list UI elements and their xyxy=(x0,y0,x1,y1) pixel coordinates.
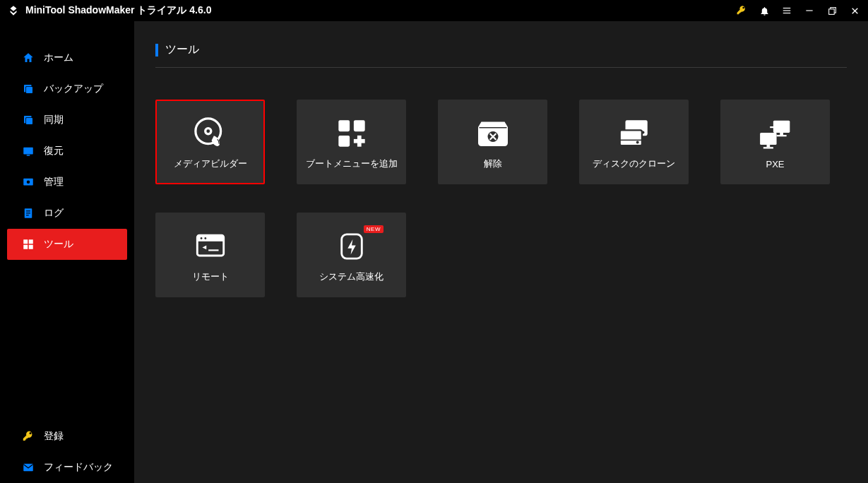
svg-point-39 xyxy=(636,141,638,144)
svg-rect-51 xyxy=(208,249,218,251)
backup-icon xyxy=(21,82,35,96)
menu-icon[interactable] xyxy=(780,4,793,17)
sidebar-item-label: 復元 xyxy=(44,145,64,157)
dismount-icon xyxy=(476,114,510,153)
remote-icon xyxy=(194,227,227,266)
svg-point-50 xyxy=(204,237,206,239)
disk-clone-icon xyxy=(617,114,652,153)
sidebar-item-label: 管理 xyxy=(44,176,64,189)
manage-icon xyxy=(21,175,35,189)
sidebar-item-feedback[interactable]: フィードバック xyxy=(0,452,134,483)
sidebar-item-label: ログ xyxy=(44,207,64,220)
svg-rect-22 xyxy=(23,239,28,244)
sidebar-item-log[interactable]: ログ xyxy=(0,198,134,229)
sidebar-item-label: バックアップ xyxy=(44,83,103,95)
svg-rect-42 xyxy=(780,132,783,134)
svg-rect-31 xyxy=(353,120,364,131)
boot-menu-icon xyxy=(335,114,368,153)
maximize-icon[interactable] xyxy=(826,4,838,17)
tool-card-label: システム高速化 xyxy=(319,270,384,283)
titlebar: MiniTool ShadowMaker トライアル 4.6.0 xyxy=(0,0,868,21)
window-controls xyxy=(735,4,861,17)
sidebar-item-restore[interactable]: 復元 xyxy=(0,136,134,167)
svg-rect-3 xyxy=(806,10,812,11)
svg-rect-26 xyxy=(23,464,33,472)
tool-card-label: 解除 xyxy=(484,157,502,170)
new-badge: NEW xyxy=(364,225,384,233)
svg-rect-45 xyxy=(766,145,770,147)
sidebar-item-label: ツール xyxy=(44,238,73,251)
log-icon xyxy=(21,206,35,220)
svg-rect-34 xyxy=(353,139,364,143)
sidebar-item-sync[interactable]: 同期 xyxy=(0,105,134,136)
svg-rect-1 xyxy=(783,10,791,11)
svg-point-29 xyxy=(206,129,210,133)
main-header: ツール xyxy=(155,42,847,68)
svg-rect-10 xyxy=(26,87,32,93)
notification-icon[interactable] xyxy=(758,4,771,17)
sidebar-item-label: ホーム xyxy=(44,52,73,64)
license-key-icon[interactable] xyxy=(735,4,748,17)
svg-rect-20 xyxy=(26,213,30,213)
svg-rect-24 xyxy=(23,245,28,249)
sidebar-item-label: 同期 xyxy=(44,114,64,126)
sidebar-item-register[interactable]: 登録 xyxy=(0,421,134,452)
header-accent xyxy=(155,44,158,56)
sidebar-item-label: フィードバック xyxy=(44,461,113,474)
tool-card-system-accelerate[interactable]: NEW システム高速化 xyxy=(297,213,406,297)
tool-card-label: ブートメニューを追加 xyxy=(306,157,398,170)
sidebar-item-label: 登録 xyxy=(44,430,64,443)
sync-icon xyxy=(21,113,35,127)
app-logo-icon xyxy=(7,4,20,17)
svg-rect-15 xyxy=(27,155,30,156)
svg-rect-30 xyxy=(338,120,350,131)
sidebar-item-manage[interactable]: 管理 xyxy=(0,167,134,198)
tool-card-add-boot-menu[interactable]: ブートメニューを追加 xyxy=(297,100,406,184)
svg-rect-0 xyxy=(783,8,791,8)
svg-rect-21 xyxy=(26,215,29,215)
tool-card-pxe[interactable]: PXE xyxy=(720,100,830,184)
page-title: ツール xyxy=(165,42,199,57)
svg-rect-14 xyxy=(23,148,33,155)
tool-card-label: メディアビルダー xyxy=(174,157,247,170)
svg-rect-38 xyxy=(619,130,641,145)
window-title: MiniTool ShadowMaker トライアル 4.6.0 xyxy=(25,4,211,17)
tool-card-remote[interactable]: リモート xyxy=(155,213,265,297)
home-icon xyxy=(21,51,35,65)
svg-rect-46 xyxy=(763,147,773,148)
svg-rect-2 xyxy=(783,13,791,13)
tool-card-media-builder[interactable]: メディアビルダー xyxy=(155,100,265,184)
sidebar-item-tools[interactable]: ツール xyxy=(7,229,127,260)
minimize-icon[interactable] xyxy=(803,4,816,17)
svg-point-17 xyxy=(27,180,30,184)
feedback-mail-icon xyxy=(21,460,35,475)
tool-card-disk-clone[interactable]: ディスクのクローン xyxy=(579,100,689,184)
svg-rect-44 xyxy=(760,132,776,144)
tool-card-label: PXE xyxy=(766,159,784,169)
tool-cards: メディアビルダー ブートメニューを追加 xyxy=(155,100,847,297)
svg-rect-32 xyxy=(338,136,350,147)
svg-point-49 xyxy=(200,237,202,239)
main-content: ツール メディアビルダー xyxy=(134,21,868,483)
pxe-icon xyxy=(758,115,793,155)
svg-rect-43 xyxy=(776,135,786,136)
restore-icon xyxy=(21,144,35,158)
svg-rect-13 xyxy=(26,118,32,124)
register-key-icon xyxy=(21,429,35,443)
tool-card-label: リモート xyxy=(192,270,229,283)
tools-icon xyxy=(21,237,35,251)
svg-rect-25 xyxy=(29,245,33,249)
sidebar-item-home[interactable]: ホーム xyxy=(0,42,134,73)
tool-card-dismount[interactable]: 解除 xyxy=(438,100,547,184)
close-icon[interactable] xyxy=(848,4,861,17)
svg-rect-23 xyxy=(29,239,33,244)
sidebar: ホーム バックアップ 同期 復元 管理 xyxy=(0,21,134,483)
svg-rect-5 xyxy=(828,8,834,14)
sidebar-item-backup[interactable]: バックアップ xyxy=(0,73,134,105)
media-builder-icon xyxy=(192,114,229,153)
svg-rect-19 xyxy=(26,210,30,211)
accelerate-icon xyxy=(338,227,365,266)
tool-card-label: ディスクのクローン xyxy=(593,157,675,170)
